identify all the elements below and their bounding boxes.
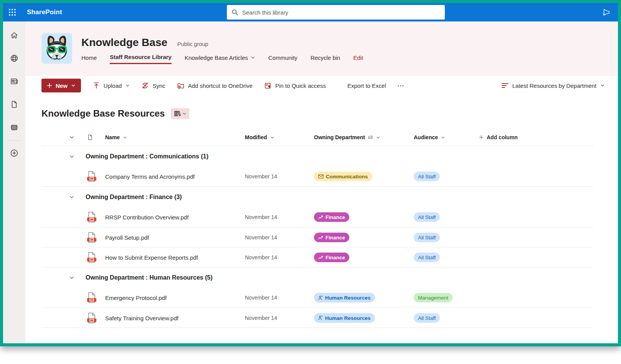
list-view-chip-button[interactable]: [171, 108, 189, 119]
suite-bar: SharePoint: [3, 3, 618, 21]
app-launcher-button[interactable]: [3, 3, 21, 21]
file-name-link[interactable]: RRSP Contribution Overview.pdf: [105, 214, 188, 221]
grouped-by-icon: [368, 135, 373, 140]
list-title: Knowledge Base Resources: [41, 108, 165, 119]
audience-badge: All Staff: [414, 212, 440, 222]
table-row[interactable]: Company Terms and Acronyms.pdf November …: [41, 166, 593, 186]
trending-up-icon: [318, 235, 323, 239]
sidebar-lists-button[interactable]: [10, 123, 19, 132]
nav-home[interactable]: Home: [81, 54, 97, 64]
sidebar-create-button[interactable]: [10, 148, 19, 158]
site-logo[interactable]: [41, 33, 72, 64]
table-row[interactable]: Emergency Protocol.pdf November 14 Human…: [41, 288, 593, 308]
folder-shortcut-icon: [177, 82, 185, 89]
view-selector[interactable]: Latest Resources by Department: [502, 82, 605, 89]
column-header-modified[interactable]: Modified: [245, 134, 274, 140]
file-name-link[interactable]: Payroll Setup.pdf: [105, 234, 149, 240]
nav-knowledge-base-articles[interactable]: Knowledge Base Articles: [185, 54, 255, 64]
column-header-owning-department[interactable]: Owning Department: [314, 134, 380, 140]
pdf-file-icon: [87, 211, 97, 223]
bulldog-logo-icon: [41, 33, 72, 64]
pin-quick-access-button[interactable]: Pin to Quick access: [264, 82, 326, 89]
chevron-down-icon: [69, 154, 74, 159]
list-stack-icon: [10, 123, 19, 132]
plus-icon: [479, 135, 484, 140]
sidebar-sites-button[interactable]: [10, 54, 19, 63]
mail-icon: [318, 175, 324, 179]
site-nav: Home Staff Resource Library Knowledge Ba…: [81, 54, 363, 64]
file-name-link[interactable]: Safety Training Overview.pdf: [105, 315, 178, 321]
person-icon: [318, 316, 323, 320]
table-row[interactable]: Safety Training Overview.pdf November 14…: [41, 308, 593, 328]
export-to-excel-button[interactable]: Export to Excel: [347, 82, 386, 89]
main-content: Knowledge Base Public group Home Staff R…: [25, 21, 618, 343]
group-collapse-button[interactable]: [69, 275, 74, 280]
group-header: Owning Department : Finance (3): [41, 186, 593, 207]
chevron-down-icon: [123, 135, 127, 140]
chevron-down-icon: [71, 83, 76, 88]
chevron-down-icon: [69, 275, 74, 280]
pdf-file-icon: [87, 232, 97, 243]
chevron-down-icon: [125, 83, 130, 88]
sidebar-home-button[interactable]: [10, 31, 19, 40]
sidebar-news-button[interactable]: [10, 77, 19, 86]
pdf-file-icon: [87, 312, 97, 324]
command-bar: New Upload Sync Add shortcut t: [25, 76, 618, 95]
app-sidebar: [3, 21, 25, 343]
sync-button[interactable]: Sync: [141, 82, 165, 89]
chevron-down-icon: [270, 135, 274, 140]
department-badge: Human Resources: [314, 313, 375, 323]
site-title[interactable]: Knowledge Base: [81, 36, 167, 49]
app-name[interactable]: SharePoint: [27, 8, 62, 16]
document-icon: [10, 100, 19, 109]
group-collapse-button[interactable]: [69, 154, 74, 159]
column-header-name[interactable]: Name: [105, 134, 127, 140]
department-badge: Finance: [314, 212, 349, 222]
group-label: Owning Department : Human Resources (5): [86, 274, 213, 281]
nav-community[interactable]: Community: [268, 54, 297, 64]
pdf-file-icon: [87, 292, 97, 303]
chevron-down-icon: [376, 135, 380, 140]
group-communications: Owning Department : Communications (1) C…: [41, 146, 593, 186]
upload-button[interactable]: Upload: [92, 82, 130, 89]
chevron-down-icon: [600, 83, 605, 88]
table-row[interactable]: How to Submit Expense Reports.pdf Novemb…: [41, 247, 593, 267]
search-input[interactable]: [242, 9, 440, 16]
file-name-link[interactable]: Company Terms and Acronyms.pdf: [105, 173, 195, 180]
department-badge: Human Resources: [314, 293, 375, 303]
group-label: Owning Department : Finance (3): [86, 194, 182, 201]
news-icon: [10, 77, 19, 86]
table-row[interactable]: Payroll Setup.pdf November 14 Finance Al…: [41, 227, 593, 247]
modified-date: November 14: [245, 254, 277, 260]
group-human-resources: Owning Department : Human Resources (5) …: [41, 267, 593, 328]
file-name-link[interactable]: Emergency Protocol.pdf: [105, 295, 167, 301]
audience-badge: Management: [414, 293, 453, 303]
add-column-button[interactable]: Add column: [479, 134, 518, 140]
table-row[interactable]: RRSP Contribution Overview.pdf November …: [41, 207, 593, 227]
department-badge: Communications: [314, 172, 372, 181]
sidebar-documents-button[interactable]: [10, 100, 19, 109]
more-commands-button[interactable]: ···: [398, 82, 405, 89]
nav-recycle-bin[interactable]: Recycle bin: [310, 54, 340, 64]
search-box[interactable]: [227, 5, 445, 20]
site-privacy-label: Public group: [177, 41, 208, 47]
group-label: Owning Department : Communications (1): [86, 153, 208, 160]
audience-badge: All Staff: [414, 232, 440, 242]
trending-up-icon: [318, 255, 323, 259]
globe-icon: [10, 54, 19, 63]
add-shortcut-onedrive-button[interactable]: Add shortcut to OneDrive: [177, 82, 253, 89]
collapse-all-button[interactable]: [69, 135, 74, 140]
trending-up-icon: [318, 215, 323, 219]
file-name-link[interactable]: How to Submit Expense Reports.pdf: [105, 254, 198, 260]
modified-date: November 14: [245, 295, 277, 301]
audience-badge: All Staff: [414, 313, 440, 323]
column-header-audience[interactable]: Audience: [414, 134, 445, 140]
new-button[interactable]: New: [41, 79, 81, 92]
group-collapse-button[interactable]: [69, 194, 74, 200]
department-badge: Finance: [314, 252, 349, 262]
nav-staff-resource-library[interactable]: Staff Resource Library: [110, 54, 172, 64]
nav-edit[interactable]: Edit: [353, 54, 363, 64]
upload-icon: [92, 82, 100, 89]
megaphone-button[interactable]: [601, 8, 610, 16]
pin-icon: [264, 82, 272, 89]
